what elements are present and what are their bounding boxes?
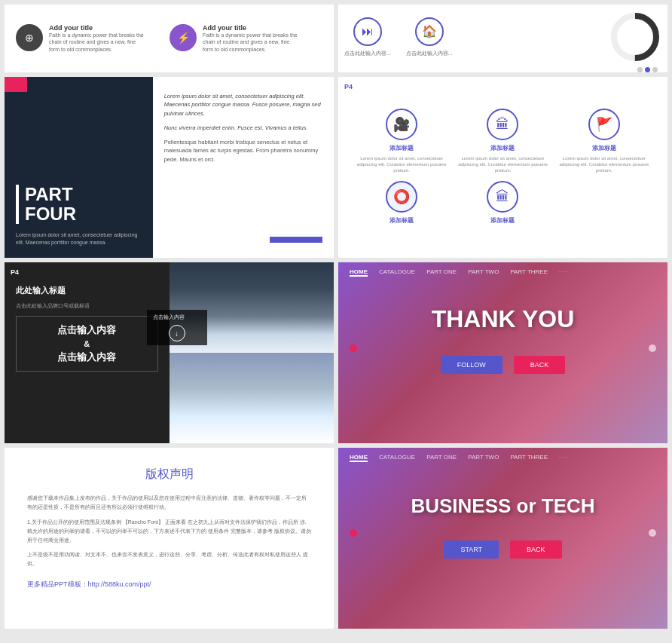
r4r-nav-part-two: PART TWO xyxy=(468,454,499,462)
r4r-dot-white xyxy=(649,529,656,537)
text-block-1: Add your title Faith is a dynamic power … xyxy=(49,24,147,52)
r3l-content-box: 点击输入内容 & 点击输入内容 xyxy=(16,316,158,372)
nav-part-one: PART ONE xyxy=(426,268,457,277)
follow-button[interactable]: FOLLOW xyxy=(441,356,502,374)
icon-block-1: ⊕ Add your title Faith is a dynamic powe… xyxy=(16,24,147,52)
icon-card-3: 🚩 添加标题 Lorem ipsum dolor sit amet, conse… xyxy=(557,109,651,173)
nav-label-1: 点击此处输入内容... xyxy=(344,50,391,57)
column-icon: 🏛 xyxy=(487,181,518,213)
slide-r1-left: ⊕ Add your title Faith is a dynamic powe… xyxy=(5,5,334,72)
lorem-2: Nunc viverra imperdiet enim. Fusce est. … xyxy=(164,124,322,132)
mountain-image-top: 点击输入内容 ↓ xyxy=(170,262,334,353)
copyright-title: 版权声明 xyxy=(27,467,311,482)
back-button-r4r[interactable]: BACK xyxy=(510,540,562,559)
slide-r2-left: PART FOUR Lorem ipsum dolor sit amet, co… xyxy=(5,77,334,258)
r4r-nav-home: HOME xyxy=(350,454,368,462)
r3l-main-title: 此处输入标题 xyxy=(16,285,158,296)
mountain-image-bottom xyxy=(170,353,334,443)
part-desc: Lorem ipsum dolor sit amet, consectetuer… xyxy=(16,231,142,246)
progress-arc xyxy=(609,11,661,63)
main-grid: ⊕ Add your title Faith is a dynamic powe… xyxy=(0,0,672,633)
nav-part-two: PART TWO xyxy=(468,268,499,277)
part-four-left: PART FOUR Lorem ipsum dolor sit amet, co… xyxy=(5,77,153,258)
r4r-nav-catalogue: CATALOGUE xyxy=(379,454,415,462)
building-icon: 🏛 xyxy=(487,109,518,140)
block2-title: Add your title xyxy=(203,24,301,32)
lorem-1: Lorem ipsum dolor sit amet, consectetuer… xyxy=(164,92,322,118)
r4r-nav-part-one: PART ONE xyxy=(426,454,457,462)
icon-block-2: ⚡ Add your title Faith is a dynamic powe… xyxy=(170,24,301,52)
slide-r4-left: 版权声明 感谢您下载本作品集上发布的作品，关于作品的使用以及您在使用过程中应注意… xyxy=(5,448,334,629)
download-icon: ↓ xyxy=(169,325,185,341)
dot-2 xyxy=(645,67,650,72)
flag-icon: 🚩 xyxy=(588,109,620,140)
part-heading: PART FOUR xyxy=(16,185,142,225)
icon-card-5: 🏛 添加标题 xyxy=(456,181,549,225)
p4-badge-r3l: P4 xyxy=(11,268,19,276)
text-block-2: Add your title Faith is a dynamic power … xyxy=(203,24,301,52)
block1-title: Add your title xyxy=(49,24,147,32)
r3l-content-text-1: 点击输入内容 xyxy=(23,323,151,338)
circle-icon-1: ⊕ xyxy=(16,24,43,51)
start-button[interactable]: START xyxy=(444,540,499,559)
pink-accent-bar xyxy=(5,77,27,92)
slide-r3-left: P4 此处输入标题 点击此处输入品牌口号或载标语 点击输入内容 & 点击输入内容… xyxy=(5,262,334,443)
copyright-para-2: 1.关于作品公开的的使用范围及法规条例 【Rancho Font】 正面来看 在… xyxy=(27,518,311,545)
icon-desc-2: Lorem ipsum dolor sit amet, consectetuer… xyxy=(456,156,549,173)
slide-r4-right: HOME CATALOGUE PART ONE PART TWO PART TH… xyxy=(338,448,667,629)
nav-catalogue: CATALOGUE xyxy=(379,268,415,277)
r3r-buttons[interactable]: FOLLOW BACK xyxy=(338,356,667,374)
icon-card-4: ⭕ 添加标题 xyxy=(355,181,448,225)
nav-icon-block-2: 🏠 点击此处输入内容... xyxy=(406,17,453,57)
copyright-para-1: 感谢您下载本作品集上发布的作品，关于作品的使用以及您在使用过程中应注意的法律、道… xyxy=(27,494,311,512)
thank-you-title: THANK YOU xyxy=(338,305,667,333)
r3l-content-text-2: 点击输入内容 xyxy=(23,350,151,365)
circle-icon-2: ⚡ xyxy=(170,24,197,51)
icon-label-1: 添加标题 xyxy=(389,144,414,152)
copyright-link[interactable]: 更多精品PPT模板：http://588ku.com/ppt/ xyxy=(27,580,311,589)
icon-desc-3: Lorem ipsum dolor sit amet, consectetuer… xyxy=(557,156,651,173)
icon-label-3: 添加标题 xyxy=(592,144,616,152)
purple-accent-bar xyxy=(270,237,322,243)
r4r-dot-red xyxy=(350,529,357,537)
lorem-3: Pellentesque habitant morbi tristique se… xyxy=(164,138,322,164)
slide-r3-right: HOME CATALOGUE PART ONE PART TWO PART TH… xyxy=(338,262,667,443)
block2-desc: Faith is a dynamic power that breaks the… xyxy=(203,32,301,52)
r3l-ampersand: & xyxy=(23,338,151,351)
nav-label-2: 点击此处输入内容... xyxy=(406,50,453,57)
nav-part-three: PART THREE xyxy=(510,268,548,277)
nav-more: · · · xyxy=(559,268,567,277)
r4r-nav: HOME CATALOGUE PART ONE PART TWO PART TH… xyxy=(338,448,667,468)
icons-grid: 🎥 添加标题 Lorem ipsum dolor sit amet, conse… xyxy=(347,101,658,232)
icon-card-1: 🎥 添加标题 Lorem ipsum dolor sit amet, conse… xyxy=(355,109,448,173)
slide-r2-right: P4 🎥 添加标题 Lorem ipsum dolor sit amet, co… xyxy=(338,77,667,258)
nav-icon-block-1: ⏭ 点击此处输入内容... xyxy=(344,17,391,57)
nav-home: HOME xyxy=(350,268,368,277)
r3l-left-content: 此处输入标题 点击此处输入品牌口号或载标语 点击输入内容 & 点击输入内容 xyxy=(5,262,170,443)
circle-blue-icon: ⭕ xyxy=(386,181,417,213)
r4r-nav-more: · · · xyxy=(559,454,567,462)
business-title: BUSINESS or TECH xyxy=(338,494,667,518)
icon-desc-1: Lorem ipsum dolor sit amet, consectetuer… xyxy=(355,156,448,173)
r3r-nav: HOME CATALOGUE PART ONE PART TWO PART TH… xyxy=(338,262,667,283)
back-button-r3r[interactable]: BACK xyxy=(514,356,566,374)
dot-3 xyxy=(652,67,658,72)
copyright-para-3: 上不是级不是用功阅读、对文本不、也来尝不发表意义，进行这些、分享、考虑、分析、传… xyxy=(27,550,311,568)
dot-red xyxy=(350,344,357,352)
p4-badge-r2r: P4 xyxy=(344,83,353,90)
slide-r1-right: ⏭ 点击此处输入内容... 🏠 点击此处输入内容... xyxy=(338,5,667,72)
r3l-right-images: 点击输入内容 ↓ xyxy=(170,262,334,443)
nav-icon-play: ⏭ xyxy=(353,17,382,46)
icon-card-2: 🏛 添加标题 Lorem ipsum dolor sit amet, conse… xyxy=(456,109,549,173)
part-four-right: Lorem ipsum dolor sit amet, consectetuer… xyxy=(153,77,334,258)
nav-icon-home: 🏠 xyxy=(415,17,444,46)
icon-label-4: 添加标题 xyxy=(389,216,414,225)
icon-label-5: 添加标题 xyxy=(490,216,515,225)
overlay-text: 点击输入内容 xyxy=(153,314,201,321)
camera-icon: 🎥 xyxy=(386,109,417,140)
icon-label-2: 添加标题 xyxy=(490,144,515,152)
dot-white xyxy=(649,344,656,352)
block1-desc: Faith is a dynamic power that breaks the… xyxy=(49,32,147,52)
r3l-sub-title: 点击此处输入品牌口号或载标语 xyxy=(16,302,158,310)
r4r-buttons[interactable]: START BACK xyxy=(338,540,667,559)
